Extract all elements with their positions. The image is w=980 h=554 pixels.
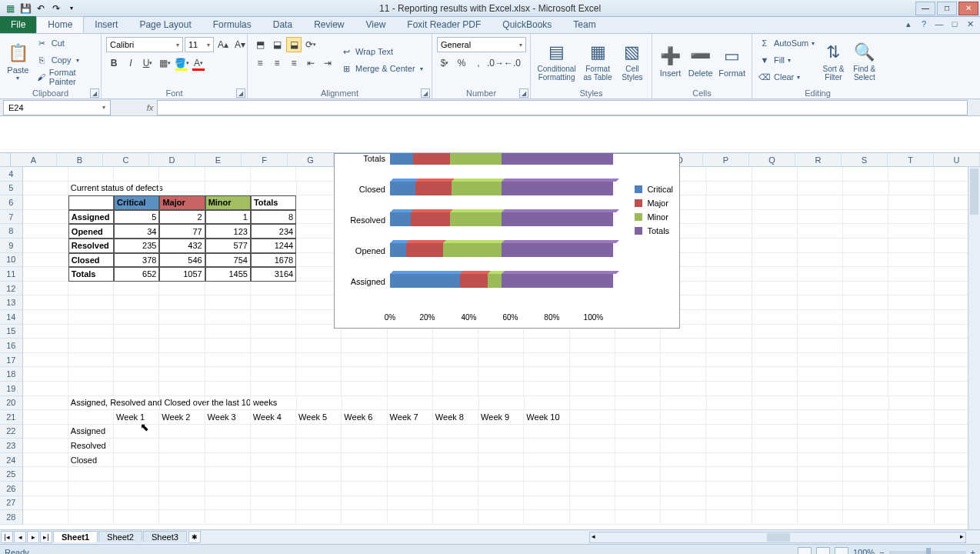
merge-center-button[interactable]: ⊞Merge & Center▾ xyxy=(338,61,431,76)
cell-T8[interactable] xyxy=(888,224,934,239)
cell-A14[interactable] xyxy=(23,310,68,325)
cell-A7[interactable] xyxy=(23,210,68,225)
cell-E7[interactable]: 1 xyxy=(205,210,251,225)
find-select-button[interactable]: 🔍Find & Select xyxy=(851,35,878,86)
font-color-button[interactable]: A▾ xyxy=(191,55,206,71)
cell-D27[interactable] xyxy=(159,496,205,511)
cell-J25[interactable] xyxy=(433,467,478,482)
format-as-table-button[interactable]: ▦Format as Table xyxy=(581,35,615,86)
cell-R13[interactable] xyxy=(798,295,843,310)
col-header-F[interactable]: F xyxy=(242,153,288,166)
zoom-slider[interactable] xyxy=(889,551,966,554)
cell-Q18[interactable] xyxy=(752,367,798,382)
cell-L25[interactable] xyxy=(524,467,569,482)
cell-M23[interactable] xyxy=(570,439,615,453)
cell-J26[interactable] xyxy=(433,482,478,496)
cell-B15[interactable] xyxy=(68,325,114,339)
col-header-U[interactable]: U xyxy=(934,153,980,166)
cell-P11[interactable] xyxy=(706,267,752,282)
cell-F4[interactable] xyxy=(251,167,296,182)
cell-A24[interactable] xyxy=(23,453,68,468)
cell-G16[interactable] xyxy=(296,339,342,353)
cell-E27[interactable] xyxy=(205,496,251,511)
cell-C23[interactable] xyxy=(114,439,159,453)
fill-color-button[interactable]: 🪣▾ xyxy=(174,55,189,71)
cell-F11[interactable]: 3164 xyxy=(251,267,296,282)
sheet-nav-first[interactable]: |◂ xyxy=(1,531,13,543)
align-middle-icon[interactable]: ⬓ xyxy=(269,37,285,52)
cell-B23[interactable]: Resolved xyxy=(68,439,114,453)
normal-view-button[interactable] xyxy=(798,547,812,555)
cell-K28[interactable] xyxy=(478,510,524,525)
cell-M18[interactable] xyxy=(570,367,615,382)
row-header-10[interactable]: 10 xyxy=(0,253,23,268)
cell-Q9[interactable] xyxy=(752,239,798,253)
cell-T19[interactable] xyxy=(888,382,934,396)
cell-J20[interactable] xyxy=(433,396,478,411)
cell-O26[interactable] xyxy=(661,482,706,496)
cell-T4[interactable] xyxy=(888,167,934,182)
cell-D16[interactable] xyxy=(159,339,205,353)
cell-G21[interactable]: Week 5 xyxy=(296,410,342,425)
cell-C7[interactable]: 5 xyxy=(114,210,159,225)
cell-R11[interactable] xyxy=(798,267,843,282)
tab-quickbooks[interactable]: QuickBooks xyxy=(492,16,562,33)
cell-M26[interactable] xyxy=(570,482,615,496)
row-header-20[interactable]: 20 xyxy=(0,396,23,411)
cell-B22[interactable]: Assigned xyxy=(68,425,114,439)
sort-filter-button[interactable]: ⇅Sort & Filter xyxy=(819,35,847,86)
cell-I16[interactable] xyxy=(388,339,433,353)
cell-H18[interactable] xyxy=(342,367,387,382)
cell-R25[interactable] xyxy=(798,467,843,482)
cell-D9[interactable]: 432 xyxy=(159,239,205,253)
tab-foxit-reader-pdf[interactable]: Foxit Reader PDF xyxy=(396,16,492,33)
cell-D22[interactable] xyxy=(159,425,205,439)
row-header-19[interactable]: 19 xyxy=(0,382,23,396)
cell-P21[interactable] xyxy=(706,410,752,425)
cell-A20[interactable] xyxy=(23,396,68,411)
decrease-font-icon[interactable]: A▾ xyxy=(232,37,248,52)
help-icon[interactable]: ? xyxy=(918,18,929,29)
cell-B19[interactable] xyxy=(68,382,114,396)
cell-P28[interactable] xyxy=(706,510,752,525)
zoom-out-button[interactable]: − xyxy=(879,548,884,555)
cell-T7[interactable] xyxy=(888,210,934,225)
cell-S7[interactable] xyxy=(843,210,888,225)
cell-E21[interactable]: Week 3 xyxy=(205,410,251,425)
cell-S16[interactable] xyxy=(843,339,888,353)
cell-A6[interactable] xyxy=(23,195,68,210)
cell-R28[interactable] xyxy=(798,510,843,525)
cell-K20[interactable] xyxy=(479,396,525,411)
cell-P4[interactable] xyxy=(706,167,752,182)
cell-P25[interactable] xyxy=(706,467,752,482)
row-header-14[interactable]: 14 xyxy=(0,310,23,325)
cell-P7[interactable] xyxy=(706,210,752,225)
cell-D17[interactable] xyxy=(159,353,205,368)
orientation-icon[interactable]: ⟳▾ xyxy=(303,37,318,52)
cell-I23[interactable] xyxy=(388,439,433,453)
cell-T14[interactable] xyxy=(888,310,934,325)
cell-S26[interactable] xyxy=(843,482,888,496)
cell-B14[interactable] xyxy=(68,310,114,325)
decrease-indent-icon[interactable]: ⇤ xyxy=(303,55,318,71)
cell-B6[interactable] xyxy=(68,195,114,210)
cell-O20[interactable] xyxy=(661,396,706,411)
cell-A21[interactable] xyxy=(23,410,68,425)
cell-F12[interactable] xyxy=(251,282,296,296)
cell-S8[interactable] xyxy=(843,224,888,239)
clipboard-launcher[interactable]: ◢ xyxy=(90,88,99,98)
cell-S17[interactable] xyxy=(843,353,888,368)
cell-Q25[interactable] xyxy=(752,467,798,482)
tab-formulas[interactable]: Formulas xyxy=(202,16,262,33)
cell-N23[interactable] xyxy=(615,439,661,453)
cell-P26[interactable] xyxy=(706,482,752,496)
cell-S12[interactable] xyxy=(843,282,888,296)
col-header-P[interactable]: P xyxy=(703,153,749,166)
cell-Q11[interactable] xyxy=(752,267,798,282)
cell-G20[interactable] xyxy=(297,396,342,411)
cell-J19[interactable] xyxy=(433,382,478,396)
row-header-7[interactable]: 7 xyxy=(0,210,23,225)
cell-P8[interactable] xyxy=(706,224,752,239)
fx-icon[interactable]: fx xyxy=(143,103,157,112)
cell-G26[interactable] xyxy=(296,482,342,496)
